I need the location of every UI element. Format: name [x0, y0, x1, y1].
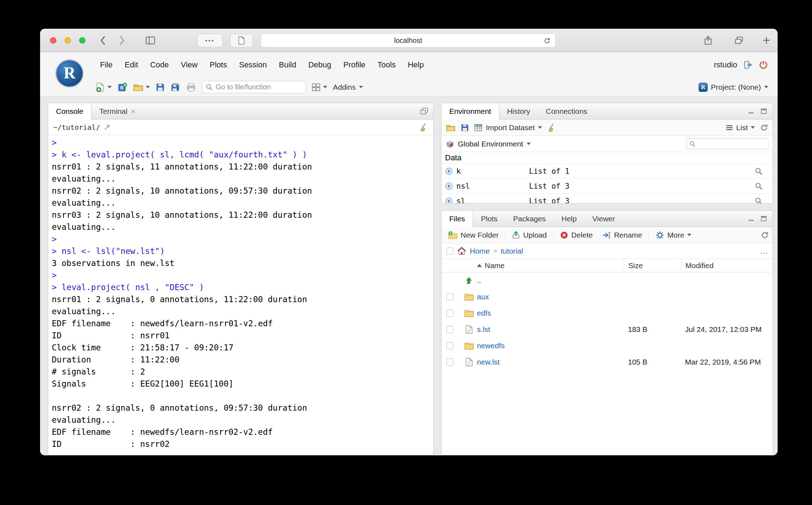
view-object-icon[interactable]	[755, 167, 763, 175]
expand-object-icon[interactable]	[445, 182, 453, 190]
rename-button[interactable]: Rename	[599, 231, 645, 239]
project-selector[interactable]: R Project: (None)	[699, 83, 768, 92]
view-object-icon[interactable]	[755, 197, 763, 204]
zoom-window-button[interactable]	[79, 37, 85, 44]
menu-item-plots[interactable]: Plots	[204, 52, 233, 78]
breadcrumb-tutorial[interactable]: tutorial	[501, 247, 523, 255]
reader-page-button[interactable]	[230, 34, 253, 47]
expand-object-icon[interactable]	[445, 197, 453, 204]
tab-console[interactable]: Console	[48, 103, 91, 120]
column-header-size[interactable]: Size	[624, 259, 681, 272]
sign-out-icon[interactable]	[743, 60, 753, 70]
minimize-window-button[interactable]	[65, 37, 71, 44]
file-checkbox[interactable]	[446, 310, 454, 317]
environment-object-row[interactable]: kList of 1	[441, 163, 773, 178]
column-header-modified[interactable]: Modified	[681, 259, 773, 272]
menu-item-profile[interactable]: Profile	[337, 52, 371, 78]
file-name[interactable]: aux	[477, 293, 624, 301]
upload-button[interactable]: Upload	[509, 231, 550, 239]
new-project-button[interactable]: R	[117, 82, 127, 92]
back-button[interactable]	[100, 35, 106, 45]
new-tab-button[interactable]: +	[763, 33, 770, 48]
extensions-button[interactable]: •••	[197, 34, 223, 47]
file-checkbox[interactable]	[446, 359, 454, 366]
file-checkbox[interactable]	[446, 293, 454, 300]
tab-terminal[interactable]: Terminal×	[91, 103, 143, 119]
menu-item-edit[interactable]: Edit	[118, 52, 144, 78]
maximize-pane-icon[interactable]	[420, 107, 428, 115]
tab-environment[interactable]: Environment	[441, 103, 499, 120]
quit-session-icon[interactable]	[758, 60, 768, 70]
tab-viewer[interactable]: Viewer	[584, 211, 623, 227]
refresh-icon[interactable]	[761, 231, 769, 239]
menu-item-tools[interactable]: Tools	[372, 52, 402, 78]
environment-search-input[interactable]	[698, 140, 765, 148]
goto-file-input[interactable]	[216, 83, 310, 91]
file-link[interactable]: aux	[477, 293, 489, 301]
file-row[interactable]: s.lst183 BJul 24, 2017, 12:03 PM	[441, 321, 773, 338]
file-name[interactable]: newedfs	[477, 342, 624, 350]
environment-search[interactable]	[686, 138, 768, 149]
expand-object-icon[interactable]	[445, 167, 453, 175]
maximize-pane-icon[interactable]	[761, 216, 768, 222]
console-output[interactable]: >> k <- leval.project( sl, lcmd( "aux/fo…	[48, 135, 433, 455]
save-workspace-icon[interactable]	[461, 123, 469, 132]
forward-button[interactable]	[119, 35, 125, 45]
menu-item-file[interactable]: File	[94, 52, 118, 78]
open-directory-icon[interactable]	[104, 124, 111, 131]
reload-icon[interactable]	[543, 37, 551, 45]
tab-files[interactable]: Files	[441, 211, 473, 227]
clear-console-icon[interactable]	[419, 123, 428, 132]
save-icon[interactable]	[156, 83, 165, 92]
tab-help[interactable]: Help	[554, 211, 584, 227]
file-row[interactable]: edfs	[441, 305, 773, 321]
maximize-pane-icon[interactable]	[761, 108, 768, 115]
menu-item-help[interactable]: Help	[402, 52, 430, 78]
select-all-checkbox[interactable]	[446, 248, 454, 255]
import-dataset-button[interactable]: Import Dataset	[474, 123, 542, 132]
file-link[interactable]: edfs	[477, 309, 491, 317]
menu-item-debug[interactable]: Debug	[302, 52, 337, 78]
file-link[interactable]: newedfs	[477, 342, 505, 350]
refresh-icon[interactable]	[760, 123, 768, 132]
goto-file-search[interactable]	[202, 81, 306, 93]
tab-plots[interactable]: Plots	[473, 211, 505, 227]
tab-connections[interactable]: Connections	[538, 103, 595, 119]
display-mode-button[interactable]: List	[725, 123, 755, 132]
load-workspace-icon[interactable]	[446, 124, 456, 132]
file-link[interactable]: new.lst	[477, 358, 500, 366]
save-all-icon[interactable]	[171, 83, 180, 92]
tab-overview-button[interactable]	[734, 36, 744, 45]
more-button[interactable]: More	[652, 231, 694, 240]
delete-button[interactable]: Delete	[557, 231, 596, 239]
print-icon[interactable]	[186, 83, 196, 92]
menu-item-build[interactable]: Build	[273, 52, 302, 78]
breadcrumb-ellipsis[interactable]: ...	[760, 246, 768, 256]
close-window-button[interactable]	[50, 37, 56, 44]
breadcrumb-home[interactable]: Home	[470, 247, 490, 255]
scope-label[interactable]: Global Environment	[458, 140, 523, 148]
sidebar-button[interactable]	[145, 36, 156, 45]
tab-packages[interactable]: Packages	[505, 211, 554, 227]
column-header-name[interactable]: Name	[477, 261, 624, 270]
address-bar[interactable]: localhost	[261, 33, 556, 48]
new-file-button[interactable]	[95, 82, 112, 93]
close-icon[interactable]: ×	[131, 107, 135, 116]
file-checkbox[interactable]	[446, 326, 454, 333]
file-row[interactable]: ..	[441, 272, 773, 289]
environment-object-row[interactable]: slList of 3	[441, 193, 773, 203]
pane-layout-button[interactable]	[312, 83, 327, 91]
share-button[interactable]	[704, 35, 712, 45]
file-name[interactable]: s.lst	[477, 325, 624, 334]
minimize-pane-icon[interactable]	[748, 216, 755, 222]
file-row[interactable]: aux	[441, 289, 773, 305]
addins-button[interactable]: Addins	[333, 83, 363, 91]
file-row[interactable]: newedfs	[441, 338, 773, 354]
file-link[interactable]: s.lst	[477, 325, 490, 333]
environment-object-row[interactable]: nslList of 3	[441, 178, 773, 193]
tab-history[interactable]: History	[499, 103, 538, 119]
file-name[interactable]: ..	[477, 276, 624, 285]
open-file-button[interactable]	[133, 83, 150, 91]
menu-item-session[interactable]: Session	[233, 52, 273, 78]
menu-item-code[interactable]: Code	[144, 52, 175, 78]
